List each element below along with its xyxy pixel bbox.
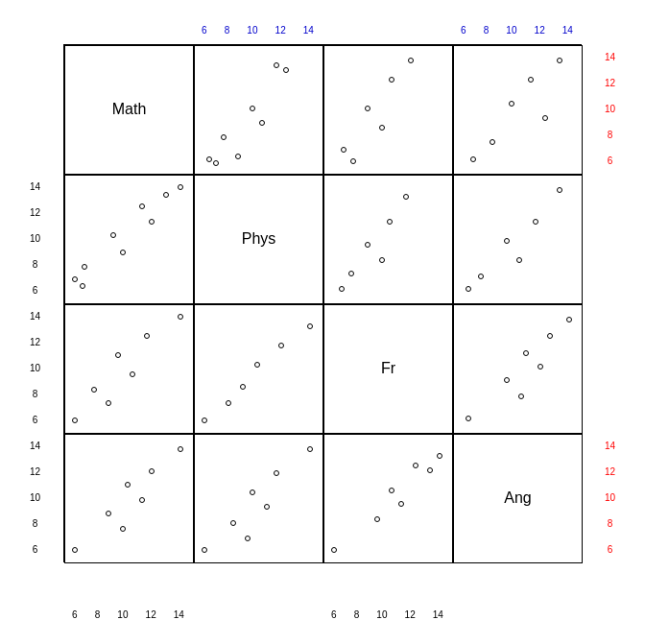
left-tick: 6: [33, 285, 38, 296]
bottom-tick: 6: [72, 609, 78, 620]
right-tick: 12: [605, 78, 615, 88]
left-axis: 14 12 10 8 6 14 12 10 8 6 14 12 10 8 6: [30, 44, 40, 562]
label-math: Math: [65, 46, 193, 174]
dot: [341, 147, 346, 153]
dot: [120, 250, 126, 255]
dot: [557, 187, 562, 193]
dot: [528, 77, 534, 83]
dot: [466, 416, 471, 421]
right-tick: 10: [605, 104, 615, 114]
top-tick: 14: [303, 25, 314, 36]
right-tick: 6: [608, 155, 613, 166]
dot: [427, 467, 433, 473]
dot: [547, 333, 553, 339]
right-axis-row1: [605, 174, 615, 303]
dot: [213, 160, 219, 166]
bottom-tick: 8: [354, 609, 360, 620]
left-tick: 12: [30, 466, 40, 477]
dot: [250, 489, 255, 495]
dot: [139, 497, 145, 503]
dot: [72, 417, 78, 423]
left-tick: 14: [30, 441, 40, 451]
top-axis-col0: [63, 25, 193, 36]
dot: [178, 446, 183, 452]
dot: [478, 274, 484, 279]
dot: [523, 350, 529, 356]
dot: [557, 58, 562, 63]
top-axis-col2: [322, 25, 452, 36]
dot: [538, 364, 543, 370]
dot: [106, 400, 111, 406]
top-tick: 14: [562, 25, 573, 36]
left-tick: 8: [33, 518, 38, 529]
dot: [120, 526, 126, 532]
bottom-axis: 6 8 10 12 14 6 8 10 12 14: [63, 609, 582, 620]
dot: [202, 547, 207, 553]
bottom-tick: 12: [146, 609, 156, 620]
cell-r2c3: [453, 304, 583, 434]
dot: [163, 192, 169, 198]
right-tick: 6: [608, 544, 613, 555]
dot: [379, 125, 385, 131]
left-axis-row1: 14 12 10 8 6: [30, 174, 40, 303]
dot: [178, 184, 183, 190]
bottom-tick: 12: [405, 609, 416, 620]
bottom-tick: 10: [376, 609, 387, 620]
dot: [339, 286, 345, 292]
dot: [490, 139, 495, 145]
dot: [516, 257, 522, 263]
cell-r2c2: Fr: [323, 304, 453, 434]
dot: [278, 343, 284, 348]
bottom-axis-col3: [452, 609, 582, 620]
top-tick: 8: [225, 25, 230, 36]
cell-r3c3: Ang: [453, 434, 583, 563]
cell-r1c0: [64, 175, 194, 304]
dot: [566, 317, 572, 322]
top-axis-col3: 6 8 10 12 14: [452, 25, 582, 36]
top-axis: 6 8 10 12 14 6 8 10 12 14: [63, 25, 582, 36]
left-tick: 12: [30, 337, 40, 347]
dot: [398, 501, 404, 507]
dot: [518, 394, 524, 399]
right-axis-row2: [605, 303, 615, 433]
dot: [504, 377, 510, 383]
cell-r1c3: [453, 175, 583, 304]
dot: [235, 154, 241, 159]
right-tick: 14: [605, 52, 615, 62]
bottom-axis-col2: 6 8 10 12 14: [322, 609, 452, 620]
right-axis-row3: 14 12 10 8 6: [605, 433, 615, 562]
dot: [149, 219, 155, 225]
bottom-tick: 6: [331, 609, 337, 620]
bottom-tick: 14: [174, 609, 184, 620]
cell-r0c3: [453, 45, 583, 175]
dot: [403, 194, 409, 200]
dot: [91, 387, 97, 393]
dot: [259, 120, 265, 126]
dot: [307, 446, 313, 452]
dot: [206, 156, 212, 162]
dot: [80, 283, 85, 289]
dot: [348, 271, 354, 276]
left-tick: 8: [33, 389, 38, 399]
bottom-tick: 14: [433, 609, 443, 620]
right-axis: 14 12 10 8 6 14 12 10 8 6: [605, 44, 615, 562]
dot: [144, 333, 150, 339]
left-tick: 8: [33, 259, 38, 270]
dot: [307, 323, 313, 329]
dot: [82, 264, 87, 270]
dot: [274, 470, 279, 476]
dot: [365, 106, 370, 111]
top-tick: 6: [202, 25, 207, 36]
dot: [245, 536, 251, 541]
bottom-tick: 8: [95, 609, 101, 620]
dot: [274, 62, 279, 68]
dot: [365, 242, 370, 248]
dot: [413, 463, 418, 468]
dot: [110, 232, 116, 238]
dot: [387, 219, 393, 225]
dot: [504, 238, 510, 244]
left-tick: 6: [33, 544, 38, 555]
dot: [254, 362, 260, 368]
dot: [470, 156, 476, 162]
dot: [379, 257, 385, 263]
